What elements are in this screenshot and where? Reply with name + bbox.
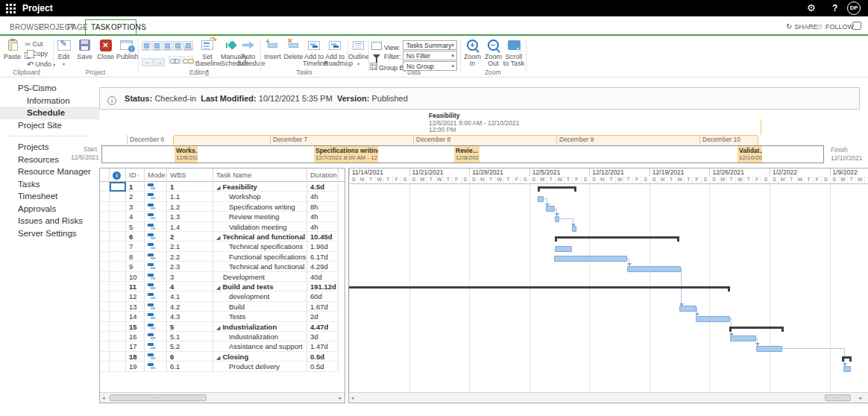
info-cell[interactable] bbox=[110, 291, 126, 301]
insert-task-button[interactable]: Insert bbox=[262, 38, 283, 60]
task-name-cell[interactable]: Tests bbox=[213, 312, 307, 321]
paste-button[interactable]: Paste bbox=[2, 38, 22, 60]
column-header-wbs[interactable]: WBS bbox=[167, 168, 213, 182]
id-cell[interactable]: 8 bbox=[126, 252, 145, 262]
info-cell[interactable] bbox=[110, 312, 126, 321]
sidebar-item-information[interactable]: Information bbox=[0, 95, 99, 107]
table-row[interactable]: 31.2Specifications writing8h bbox=[100, 202, 345, 212]
info-cell[interactable] bbox=[110, 202, 126, 212]
task-name-cell[interactable]: Functional specifications bbox=[213, 252, 307, 262]
wbs-cell[interactable]: 3 bbox=[167, 272, 213, 282]
delete-task-button[interactable]: Delete bbox=[283, 38, 304, 60]
row-gutter-cell[interactable] bbox=[100, 362, 110, 371]
tab-task[interactable]: TASK bbox=[91, 23, 111, 31]
mode-cell[interactable] bbox=[145, 332, 167, 341]
wbs-cell[interactable]: 2.3 bbox=[167, 262, 213, 271]
table-row[interactable]: 72.1Technical specifications1.96d bbox=[100, 242, 345, 251]
table-row[interactable]: 175.2Assistance and support1.47d bbox=[100, 341, 345, 351]
user-avatar[interactable]: DP bbox=[847, 1, 861, 15]
task-name-cell[interactable]: ◢Closing bbox=[213, 352, 307, 362]
id-cell[interactable]: 19 bbox=[126, 362, 145, 371]
gantt-task-bar[interactable] bbox=[555, 246, 572, 252]
table-row[interactable]: 62◢Technical and functional analysis10.4… bbox=[100, 232, 345, 242]
id-cell[interactable]: 10 bbox=[126, 272, 145, 282]
copy-button[interactable]: Copy bbox=[25, 50, 48, 59]
row-gutter-cell[interactable] bbox=[100, 302, 110, 312]
duration-cell[interactable]: 191.12d bbox=[307, 282, 339, 291]
row-gutter-cell[interactable] bbox=[100, 212, 110, 221]
duration-cell[interactable]: 1.96d bbox=[307, 242, 339, 251]
duration-cell[interactable]: 2d bbox=[307, 312, 339, 321]
table-scroll-thumb[interactable]: ··· bbox=[110, 394, 207, 401]
column-header-id[interactable]: ID↑ bbox=[126, 168, 145, 182]
wbs-cell[interactable]: 6 bbox=[167, 352, 213, 362]
row-gutter-cell[interactable] bbox=[100, 332, 110, 341]
duration-cell[interactable]: 3d bbox=[307, 332, 339, 341]
task-name-cell[interactable]: Review meeting bbox=[213, 212, 307, 221]
row-gutter-cell[interactable] bbox=[100, 202, 110, 212]
wbs-cell[interactable]: 4.3 bbox=[167, 312, 213, 321]
duration-cell[interactable]: 1.47d bbox=[307, 341, 339, 351]
column-header-mode[interactable]: Mode bbox=[145, 168, 167, 182]
gantt-task-bar[interactable] bbox=[572, 226, 576, 232]
timeline[interactable]: Feasibility 12/6/2021 8:00 AM - 12/10/20… bbox=[99, 112, 868, 166]
wbs-cell[interactable]: 1.1 bbox=[167, 192, 213, 201]
row-gutter-cell[interactable] bbox=[100, 232, 110, 242]
mode-cell[interactable] bbox=[145, 362, 167, 371]
row-gutter-cell[interactable] bbox=[100, 262, 110, 271]
task-name-cell[interactable]: Assistance and support bbox=[213, 341, 307, 351]
id-cell[interactable]: 5 bbox=[126, 222, 145, 232]
gantt-summary-bar[interactable] bbox=[842, 356, 852, 359]
sidebar-item-project-site[interactable]: Project Site bbox=[0, 119, 99, 132]
id-cell[interactable]: 11 bbox=[126, 282, 145, 291]
info-cell[interactable] bbox=[110, 362, 126, 371]
info-cell[interactable] bbox=[110, 272, 126, 282]
info-cell[interactable] bbox=[110, 302, 126, 312]
indent-icon[interactable]: → bbox=[154, 58, 165, 66]
cut-button[interactable]: ✂Cut bbox=[25, 40, 43, 48]
gantt-task-bar[interactable] bbox=[538, 196, 544, 202]
id-cell[interactable]: 6 bbox=[126, 232, 145, 242]
wbs-cell[interactable]: 2.2 bbox=[167, 252, 213, 262]
share-button[interactable]: ↻SHARE bbox=[786, 22, 817, 31]
mode-cell[interactable] bbox=[145, 262, 167, 271]
table-row[interactable]: 155◢Industrialization4.47d bbox=[100, 322, 345, 332]
wbs-cell[interactable]: 6.1 bbox=[167, 362, 213, 371]
id-cell[interactable]: 16 bbox=[126, 332, 145, 341]
gantt-h-scrollbar[interactable]: ◂▸··· bbox=[349, 392, 868, 403]
settings-gear-icon[interactable]: ⚙ bbox=[807, 2, 816, 13]
collapse-triangle-icon[interactable]: ◢ bbox=[216, 355, 220, 360]
task-name-cell[interactable]: ◢Build and tests bbox=[213, 282, 307, 291]
table-row[interactable]: 165.1Industrialization3d bbox=[100, 332, 345, 341]
table-h-scrollbar[interactable]: ◂▸··· bbox=[100, 392, 345, 403]
duration-cell[interactable]: 6.17d bbox=[307, 252, 339, 262]
mode-cell[interactable] bbox=[145, 302, 167, 312]
info-cell[interactable] bbox=[110, 192, 126, 201]
zoom-in-button[interactable]: + Zoom In bbox=[462, 38, 482, 67]
mode-cell[interactable] bbox=[145, 312, 167, 321]
table-row[interactable]: 92.3Technical and functional specificati… bbox=[100, 262, 345, 271]
task-grid[interactable]: iID↑ModeWBSTask NameDuration11◢Feasibili… bbox=[99, 168, 345, 403]
collapse-triangle-icon[interactable]: ◢ bbox=[216, 285, 220, 290]
id-cell[interactable]: 2 bbox=[126, 192, 145, 201]
wbs-cell[interactable]: 1.2 bbox=[167, 202, 213, 212]
duration-cell[interactable]: 1.67d bbox=[307, 302, 339, 312]
task-name-cell[interactable]: Product delivery bbox=[213, 362, 307, 371]
gantt-summary-bar[interactable] bbox=[555, 236, 679, 239]
row-gutter-cell[interactable] bbox=[100, 242, 110, 251]
sidebar-item-schedule[interactable]: Schedule bbox=[0, 107, 99, 119]
id-cell[interactable]: 3 bbox=[126, 202, 145, 212]
outline-button[interactable]: Outline▾ bbox=[348, 38, 368, 67]
duration-cell[interactable]: 8h bbox=[307, 202, 339, 212]
gantt-chart[interactable]: 11/14/2021SMTWTFS11/21/2021SMTWTFS11/28/… bbox=[348, 168, 868, 403]
edit-button[interactable]: Edit▾ bbox=[54, 38, 74, 67]
mode-cell[interactable] bbox=[145, 192, 167, 201]
mode-cell[interactable] bbox=[145, 242, 167, 251]
duration-cell[interactable]: 4.29d bbox=[307, 262, 339, 271]
outline-level-75x[interactable]: 75x bbox=[173, 41, 183, 51]
task-name-cell[interactable]: Technical specifications bbox=[213, 242, 307, 251]
wbs-cell[interactable]: 4 bbox=[167, 282, 213, 291]
info-cell[interactable] bbox=[110, 232, 126, 242]
id-cell[interactable]: 15 bbox=[126, 322, 145, 332]
follow-button[interactable]: ☆FOLLOW bbox=[817, 22, 854, 31]
